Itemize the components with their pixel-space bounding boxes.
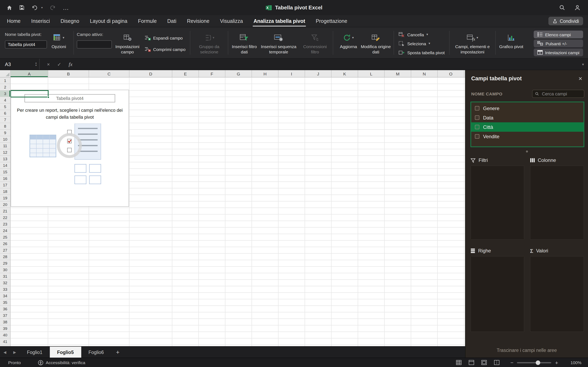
row-header-1[interactable]: 1 bbox=[0, 77, 10, 84]
column-header-h[interactable]: H bbox=[252, 70, 278, 77]
column-header-l[interactable]: L bbox=[358, 70, 385, 77]
insert-timeline-button[interactable]: Inserisci sequenza temporale bbox=[258, 27, 300, 54]
zoom-slider-knob[interactable] bbox=[536, 360, 540, 365]
collapse-field-button[interactable]: Comprimi campo bbox=[145, 46, 186, 53]
zoom-level[interactable]: 100% bbox=[562, 360, 581, 365]
field-settings-button[interactable]: Impostazioni campo bbox=[112, 27, 143, 54]
page-layout-view-icon[interactable] bbox=[481, 360, 487, 365]
page-break-view-icon[interactable] bbox=[494, 360, 499, 365]
plus-minus-buttons-toggle[interactable]: Pulsanti +/- bbox=[534, 40, 583, 47]
enter-check-icon[interactable]: ✓ bbox=[57, 61, 61, 67]
ribbon-tab-progettazione[interactable]: Progettazione bbox=[311, 15, 353, 27]
row-header-8[interactable]: 8 bbox=[0, 123, 10, 130]
column-header-j[interactable]: J bbox=[305, 70, 332, 77]
row-header-22[interactable]: 22 bbox=[0, 215, 10, 221]
expand-field-button[interactable]: Espandi campo bbox=[145, 34, 186, 41]
pivot-options-button[interactable]: ▾ Opzioni bbox=[47, 27, 71, 49]
row-header-16[interactable]: 16 bbox=[0, 175, 10, 182]
row-header-28[interactable]: 28 bbox=[0, 254, 10, 260]
row-header-33[interactable]: 33 bbox=[0, 286, 10, 293]
sheet-tab-foglio1[interactable]: Foglio1 bbox=[20, 347, 50, 358]
active-field-input[interactable] bbox=[77, 40, 112, 49]
row-header-10[interactable]: 10 bbox=[0, 136, 10, 143]
row-header-36[interactable]: 36 bbox=[0, 306, 10, 312]
ribbon-tab-formule[interactable]: Formule bbox=[133, 15, 162, 27]
field-search-box[interactable] bbox=[532, 90, 584, 98]
formula-bar-expand-icon[interactable]: ▾ bbox=[582, 62, 588, 66]
ribbon-tab-home[interactable]: Home bbox=[2, 15, 26, 27]
move-pivot-button[interactable]: Sposta tabella pivot bbox=[399, 49, 445, 56]
row-header-32[interactable]: 32 bbox=[0, 280, 10, 286]
row-header-11[interactable]: 11 bbox=[0, 143, 10, 149]
sheet-tab-foglio5[interactable]: Foglio5 bbox=[50, 347, 81, 358]
share-button[interactable]: Condividi bbox=[548, 17, 583, 25]
row-header-5[interactable]: 5 bbox=[0, 104, 10, 110]
insert-function-icon[interactable]: fx bbox=[69, 61, 72, 67]
grid-view-icon[interactable] bbox=[456, 360, 461, 365]
row-header-30[interactable]: 30 bbox=[0, 267, 10, 273]
field-item-vendite[interactable]: Vendite bbox=[471, 132, 584, 141]
column-header-c[interactable]: C bbox=[89, 70, 130, 77]
row-header-39[interactable]: 39 bbox=[0, 325, 10, 332]
row-header-35[interactable]: 35 bbox=[0, 299, 10, 306]
row-header-19[interactable]: 19 bbox=[0, 195, 10, 201]
column-header-e[interactable]: E bbox=[172, 70, 199, 77]
panel-resize-handle[interactable] bbox=[526, 150, 528, 152]
row-header-21[interactable]: 21 bbox=[0, 208, 10, 215]
row-header-26[interactable]: 26 bbox=[0, 241, 10, 247]
account-icon[interactable] bbox=[574, 4, 581, 11]
ribbon-tab-revisione[interactable]: Revisione bbox=[182, 15, 215, 27]
row-header-27[interactable]: 27 bbox=[0, 247, 10, 254]
row-header-31[interactable]: 31 bbox=[0, 273, 10, 280]
column-header-m[interactable]: M bbox=[385, 70, 411, 77]
zoom-in-icon[interactable]: + bbox=[552, 359, 562, 366]
column-header-i[interactable]: I bbox=[278, 70, 305, 77]
row-header-25[interactable]: 25 bbox=[0, 234, 10, 241]
row-header-12[interactable]: 12 bbox=[0, 149, 10, 156]
row-header-15[interactable]: 15 bbox=[0, 169, 10, 175]
normal-view-icon[interactable] bbox=[469, 360, 474, 365]
search-icon[interactable] bbox=[559, 4, 565, 11]
add-sheet-button[interactable]: + bbox=[111, 347, 124, 358]
sheet-tab-foglio6[interactable]: Foglio6 bbox=[81, 347, 111, 358]
row-header-6[interactable]: 6 bbox=[0, 110, 10, 117]
undo-history-caret-icon[interactable]: ▾ bbox=[41, 6, 43, 9]
sheet-nav-left-icon[interactable]: ◀ bbox=[0, 347, 10, 358]
row-header-41[interactable]: 41 bbox=[0, 338, 10, 345]
fields-items-settings-button[interactable]: fx ▾ Campi, elementi e impostazioni bbox=[452, 27, 493, 54]
row-header-14[interactable]: 14 bbox=[0, 162, 10, 169]
ribbon-tab-visualizza[interactable]: Visualizza bbox=[215, 15, 248, 27]
column-header-b[interactable]: B bbox=[48, 70, 89, 77]
column-header-g[interactable]: G bbox=[225, 70, 252, 77]
row-header-38[interactable]: 38 bbox=[0, 319, 10, 325]
name-box-up-icon[interactable]: ▲ bbox=[35, 62, 37, 64]
pivot-name-input[interactable] bbox=[5, 40, 47, 49]
row-header-34[interactable]: 34 bbox=[0, 293, 10, 299]
cancel-icon[interactable]: × bbox=[47, 61, 50, 67]
home-icon[interactable] bbox=[7, 5, 12, 10]
ribbon-tab-analizza-tabella-pivot[interactable]: Analizza tabella pivot bbox=[248, 15, 311, 27]
field-item-città[interactable]: Città bbox=[471, 122, 584, 132]
field-headers-toggle[interactable]: Intestazioni campi bbox=[534, 49, 583, 56]
column-header-d[interactable]: D bbox=[130, 70, 172, 77]
ribbon-tab-disegno[interactable]: Disegno bbox=[55, 15, 85, 27]
column-header-o[interactable]: O bbox=[438, 70, 464, 77]
name-box[interactable]: A3 ▲ ▼ bbox=[0, 59, 40, 70]
sheet-nav-right-icon[interactable]: ▶ bbox=[10, 347, 20, 358]
row-header-4[interactable]: 4 bbox=[0, 97, 10, 104]
accessibility-status[interactable]: Accessibilità: verifica bbox=[38, 360, 85, 365]
field-search-input[interactable] bbox=[541, 91, 581, 97]
field-checkbox[interactable] bbox=[475, 106, 479, 110]
formula-input[interactable] bbox=[72, 59, 582, 70]
save-icon[interactable] bbox=[19, 5, 25, 10]
columns-drop-zone[interactable] bbox=[530, 166, 584, 240]
row-header-20[interactable]: 20 bbox=[0, 201, 10, 208]
column-header-f[interactable]: F bbox=[199, 70, 225, 77]
column-header-a[interactable]: A bbox=[11, 70, 48, 77]
row-header-2[interactable]: 2 bbox=[0, 84, 10, 91]
row-header-23[interactable]: 23 bbox=[0, 221, 10, 227]
refresh-button[interactable]: ▾ Aggiorna bbox=[336, 27, 361, 49]
pivot-chart-button[interactable]: Grafico pivot bbox=[499, 27, 524, 49]
clear-button[interactable]: Cancella ▾ bbox=[399, 31, 445, 38]
row-header-29[interactable]: 29 bbox=[0, 260, 10, 267]
